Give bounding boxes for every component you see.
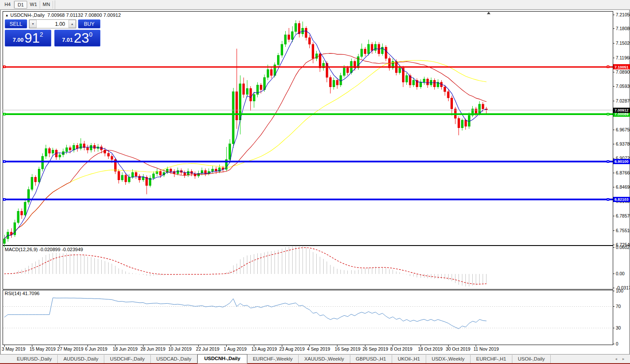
- svg-text:18 Jun 2019: 18 Jun 2019: [113, 346, 138, 352]
- svg-text:1 Aug 2019: 1 Aug 2019: [224, 346, 246, 352]
- collapse-triangle-icon[interactable]: ▲: [5, 13, 9, 17]
- buy-price-point: 0: [89, 31, 93, 38]
- svg-text:8 Oct 2019: 8 Oct 2019: [390, 346, 413, 352]
- buy-price-pips: 23: [74, 31, 89, 45]
- svg-text:22 Jul 2019: 22 Jul 2019: [196, 346, 219, 352]
- svg-text:27 May 2019: 27 May 2019: [57, 346, 84, 352]
- chart-tab-usdcad[interactable]: USDCAD-,Daily: [151, 355, 197, 363]
- svg-text:7.21050: 7.21050: [616, 12, 630, 17]
- volume-input[interactable]: 1.00: [37, 20, 69, 28]
- volume-stepper: ▼ 1.00 ▲: [29, 19, 76, 28]
- svg-text:13 Aug 2019: 13 Aug 2019: [252, 346, 277, 352]
- svg-text:100: 100: [616, 288, 624, 293]
- symbol-tab-bar: EURUSD-,DailyAUDUSD-,DailyUSDCHF-,DailyU…: [0, 354, 630, 364]
- svg-text:7.00089: 7.00089: [614, 112, 629, 116]
- price-axis: 7.210507.180807.150207.119607.089007.059…: [613, 12, 630, 346]
- svg-text:3 May 2019: 3 May 2019: [2, 346, 25, 352]
- sell-price-pips: 91: [25, 31, 40, 45]
- svg-text:6.96750: 6.96750: [616, 127, 630, 132]
- svg-text:6.78570: 6.78570: [616, 213, 630, 218]
- svg-text:6 Jun 2019: 6 Jun 2019: [85, 346, 107, 352]
- chart-tab-audusd[interactable]: AUDUSD-,Daily: [58, 355, 104, 363]
- symbol-label: USDCNH-,Daily: [10, 12, 45, 18]
- svg-text:MACD(12,26,9) -0.020899 -0.023: MACD(12,26,9) -0.020899 -0.023949: [5, 247, 83, 252]
- svg-text:0.060273: 0.060273: [616, 245, 630, 250]
- panel-frames: [3, 11, 613, 345]
- svg-text:0.00: 0.00: [616, 271, 625, 276]
- chart-tab-usdchf[interactable]: USDCHF-,Daily: [104, 355, 151, 363]
- timeframe-button-h4[interactable]: H4: [1, 1, 14, 9]
- chart-tab-usdcnh[interactable]: USDCNH-,Daily: [197, 354, 247, 364]
- svg-text:7.02870: 7.02870: [616, 98, 630, 103]
- svg-text:7.00912: 7.00912: [614, 108, 629, 112]
- timeframe-button-d1[interactable]: D1: [14, 1, 27, 9]
- svg-text:30 Oct 2019: 30 Oct 2019: [446, 346, 470, 352]
- svg-text:6.90100: 6.90100: [614, 159, 629, 164]
- sell-button[interactable]: SELL: [5, 19, 27, 28]
- one-click-trade-panel: SELL ▼ 1.00 ▲ BUY 7.00 91 2 7.01 23 0: [5, 19, 100, 47]
- buy-price-handle: 7.01: [62, 37, 73, 43]
- svg-text:6.75510: 6.75510: [616, 228, 630, 233]
- buy-button[interactable]: BUY: [78, 19, 100, 28]
- svg-text:6.93780: 6.93780: [616, 141, 630, 146]
- chart-title: ▲USDCNH-,Daily 7.00968 7.01132 7.00800 7…: [5, 12, 121, 18]
- sell-price-box[interactable]: 7.00 91 2: [5, 30, 51, 47]
- svg-text:7.05930: 7.05930: [616, 84, 630, 89]
- svg-text:7.18080: 7.18080: [616, 26, 630, 31]
- toolbar-separator: [55, 0, 55, 9]
- svg-text:28 Jun 2019: 28 Jun 2019: [140, 346, 165, 352]
- tab-scroll-arrows[interactable]: ◂ ▸: [615, 357, 627, 361]
- svg-text:6.84690: 6.84690: [616, 184, 630, 190]
- svg-text:7.10051: 7.10051: [614, 65, 629, 69]
- ohlc-quotes: 7.00968 7.01132 7.00800 7.00912: [47, 12, 121, 18]
- timeframe-button-mn[interactable]: MN: [40, 1, 53, 9]
- chart-tab-eurchf[interactable]: EURCHF-,H1: [471, 355, 512, 363]
- svg-text:70: 70: [616, 304, 621, 309]
- svg-text:RSI(14) 41.7096: RSI(14) 41.7096: [5, 291, 40, 296]
- chart-tab-xauusd[interactable]: XAUUSD-,Weekly: [299, 355, 350, 363]
- sell-price-point: 2: [40, 31, 43, 38]
- timeframe-button-w1[interactable]: W1: [27, 1, 40, 9]
- svg-text:23 Aug 2019: 23 Aug 2019: [279, 346, 305, 352]
- svg-text:30: 30: [616, 325, 621, 330]
- svg-text:7.08900: 7.08900: [616, 69, 630, 75]
- volume-down-button[interactable]: ▼: [29, 20, 37, 28]
- date-axis: 3 May 201915 May 201927 May 20196 Jun 20…: [2, 345, 499, 352]
- chart-tab-ukoil[interactable]: UKOil-,H1: [392, 355, 426, 363]
- svg-text:15 May 2019: 15 May 2019: [29, 346, 56, 352]
- svg-text:11 Nov 2019: 11 Nov 2019: [474, 346, 499, 352]
- svg-text:4 Sep 2019: 4 Sep 2019: [307, 346, 330, 352]
- chart-workspace: 7.210507.180807.150207.119607.089007.059…: [0, 9, 630, 354]
- chart-tab-usoil[interactable]: USOil-,Daily: [512, 355, 551, 363]
- chart-tab-usdx[interactable]: USDX-,Weekly: [426, 355, 471, 363]
- buy-price-box[interactable]: 7.01 23 0: [54, 30, 101, 47]
- svg-text:26 Sep 2019: 26 Sep 2019: [362, 346, 388, 352]
- timeframe-toolbar: H4D1W1MN: [0, 0, 630, 9]
- svg-text:6.87660: 6.87660: [616, 170, 630, 175]
- svg-text:0: 0: [616, 341, 618, 346]
- volume-up-button[interactable]: ▲: [69, 20, 76, 28]
- svg-text:16 Sep 2019: 16 Sep 2019: [335, 346, 361, 352]
- svg-text:7.15020: 7.15020: [616, 40, 630, 46]
- svg-text:18 Oct 2019: 18 Oct 2019: [418, 346, 443, 352]
- chart-tab-gbpusd[interactable]: GBPUSD-,H1: [350, 355, 392, 363]
- price-chart[interactable]: 7.210507.180807.150207.119607.089007.059…: [1, 10, 630, 355]
- svg-text:6.82103: 6.82103: [614, 197, 629, 202]
- svg-text:10 Jul 2019: 10 Jul 2019: [168, 346, 191, 352]
- chart-tab-eurusd[interactable]: EURUSD-,Daily: [11, 355, 58, 363]
- svg-text:7.11960: 7.11960: [616, 55, 630, 60]
- sell-price-handle: 7.00: [12, 37, 23, 43]
- chart-tab-eurchf[interactable]: EURCHF-,Weekly: [247, 355, 299, 363]
